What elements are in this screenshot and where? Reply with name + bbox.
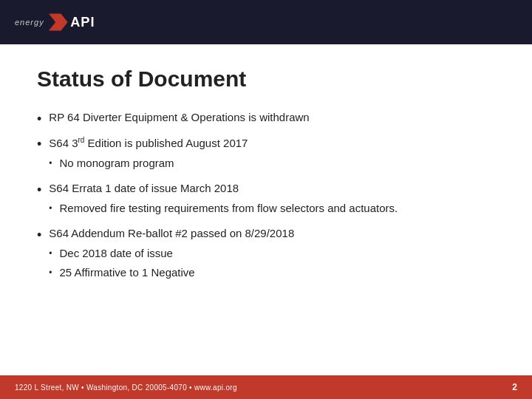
logo-energy-text: energy <box>15 18 44 27</box>
sub-list-item: • No monogram program <box>49 155 495 172</box>
sub-list: • Dec 2018 date of issue • 25 Affirmativ… <box>49 245 495 282</box>
logo-api: API <box>49 10 103 34</box>
sub-bullet-icon: • <box>49 201 52 216</box>
sub-list-item: • Dec 2018 date of issue <box>49 245 495 262</box>
sub-bullet-icon: • <box>49 265 52 280</box>
bullet-icon: • <box>37 110 41 129</box>
list-item-text: S64 Addendum Re-ballot #2 passed on 8/29… <box>49 225 495 284</box>
header: energy API <box>0 0 532 44</box>
sub-list: • Removed fire testing requirements from… <box>49 200 495 217</box>
list-item-text: S64 3rd Edition is published August 2017… <box>49 134 495 174</box>
sub-list-item: • 25 Affirmative to 1 Negative <box>49 265 495 282</box>
list-item: • RP 64 Diverter Equipment & Operations … <box>37 109 495 129</box>
logo-container: energy API <box>15 10 103 34</box>
bullet-icon: • <box>37 181 41 200</box>
bullet-icon: • <box>37 226 41 245</box>
footer-address: 1220 L Street, NW • Washington, DC 20005… <box>15 383 237 392</box>
footer-page-number: 2 <box>512 382 517 392</box>
sub-list-item: • Removed fire testing requirements from… <box>49 200 495 217</box>
sub-list: • No monogram program <box>49 155 495 172</box>
sub-list-item-text: 25 Affirmative to 1 Negative <box>60 265 195 282</box>
bullet-icon: • <box>37 135 41 154</box>
list-item: • S64 3rd Edition is published August 20… <box>37 134 495 174</box>
main-content: Status of Document • RP 64 Diverter Equi… <box>0 44 532 305</box>
footer: 1220 L Street, NW • Washington, DC 20005… <box>0 375 532 399</box>
sub-bullet-icon: • <box>49 156 52 171</box>
sub-list-item-text: Dec 2018 date of issue <box>60 245 173 262</box>
sub-list-item-text: Removed fire testing requirements from f… <box>60 200 398 217</box>
sub-bullet-icon: • <box>49 246 52 261</box>
svg-marker-0 <box>49 14 68 31</box>
list-item: • S64 Addendum Re-ballot #2 passed on 8/… <box>37 225 495 284</box>
list-item-text: RP 64 Diverter Equipment & Operations is… <box>49 109 495 126</box>
svg-text:API: API <box>70 14 95 30</box>
sub-list-item-text: No monogram program <box>60 155 174 172</box>
page-title: Status of Document <box>37 66 495 92</box>
list-item-text: S64 Errata 1 date of issue March 2018 • … <box>49 180 495 219</box>
bullet-list: • RP 64 Diverter Equipment & Operations … <box>37 109 495 284</box>
list-item: • S64 Errata 1 date of issue March 2018 … <box>37 180 495 219</box>
